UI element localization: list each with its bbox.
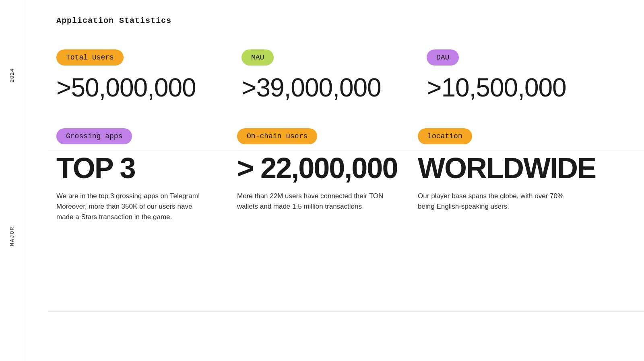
page-title: Application Statistics — [56, 16, 612, 25]
badge-onchain-users: On-chain users — [237, 128, 317, 144]
stats-grid-top: Total Users >50,000,000 MAU >39,000,000 … — [56, 49, 612, 108]
badge-location: location — [418, 128, 472, 144]
stat-card-dau: DAU >10,500,000 — [427, 49, 612, 108]
left-sidebar: 2024 MAJOR — [0, 0, 24, 361]
stat-value-total-users: >50,000,000 — [56, 74, 225, 102]
stat-card-grossing-apps: Grossing apps TOP 3 We are in the top 3 … — [56, 128, 237, 222]
badge-grossing-apps: Grossing apps — [56, 128, 132, 144]
page-container: 2024 MAJOR Application Statistics Total … — [0, 0, 644, 361]
badge-mau: MAU — [242, 49, 274, 66]
stat-card-mau: MAU >39,000,000 — [242, 49, 427, 108]
stat-description-onchain-users: More than 22M users have connected their… — [237, 191, 390, 212]
stat-card-total-users: Total Users >50,000,000 — [56, 49, 242, 108]
stat-value-location: WORLDWIDE — [418, 152, 596, 184]
stat-card-location: location WORLDWIDE Our player base spans… — [418, 128, 612, 222]
sidebar-label-major: MAJOR — [9, 226, 15, 246]
stat-value-onchain-users: > 22,000,000 — [237, 152, 402, 184]
stat-description-location: Our player base spans the globe, with ov… — [418, 191, 571, 212]
stat-description-grossing-apps: We are in the top 3 grossing apps on Tel… — [56, 191, 209, 223]
divider-bottom — [48, 312, 644, 312]
stat-card-onchain-users: On-chain users > 22,000,000 More than 22… — [237, 128, 418, 222]
stat-value-dau: >10,500,000 — [427, 74, 596, 102]
badge-dau: DAU — [427, 49, 459, 66]
divider-middle — [48, 149, 644, 149]
stats-grid-bottom: Grossing apps TOP 3 We are in the top 3 … — [56, 108, 612, 222]
sidebar-label-2024: 2024 — [9, 68, 15, 82]
main-content: Application Statistics Total Users >50,0… — [24, 0, 644, 361]
badge-total-users: Total Users — [56, 49, 124, 66]
stat-value-grossing-apps: TOP 3 — [56, 152, 221, 184]
stat-value-mau: >39,000,000 — [242, 74, 411, 102]
